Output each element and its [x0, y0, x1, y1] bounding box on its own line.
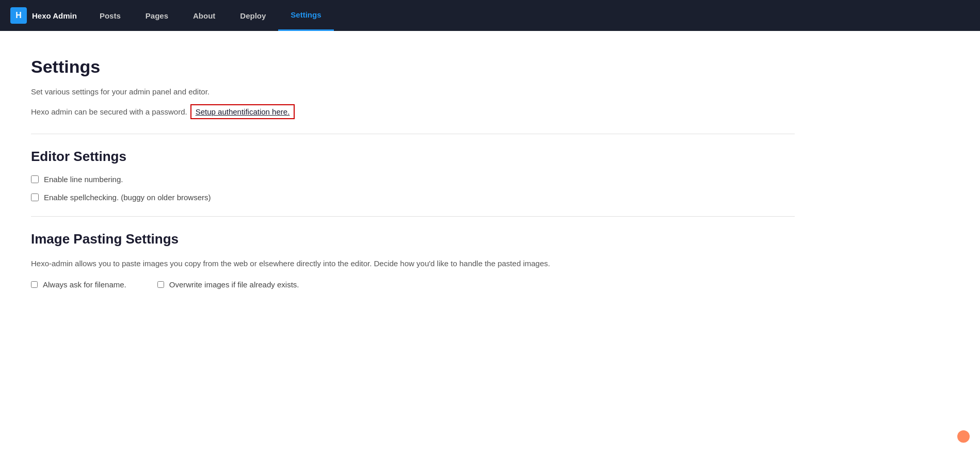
- checkbox-ask-filename: Always ask for filename.: [31, 280, 126, 289]
- auth-link[interactable]: Setup authentification here.: [190, 104, 295, 119]
- checkbox-overwrite: Overwrite images if file already exists.: [157, 280, 299, 289]
- nav-link-settings[interactable]: Settings: [278, 0, 333, 31]
- page-title: Settings: [31, 57, 795, 77]
- checkbox-ask-filename-input[interactable]: [31, 281, 38, 288]
- nav-link-posts[interactable]: Posts: [87, 0, 133, 31]
- nav-logo: H Hexo Admin: [10, 7, 77, 24]
- image-pasting-description: Hexo-admin allows you to paste images yo…: [31, 257, 795, 270]
- nav-link-pages[interactable]: Pages: [133, 0, 181, 31]
- auth-line: Hexo admin can be secured with a passwor…: [31, 104, 795, 119]
- nav-links: Posts Pages About Deploy Settings: [87, 0, 334, 31]
- auth-prefix: Hexo admin can be secured with a passwor…: [31, 107, 187, 116]
- checkbox-overwrite-input[interactable]: [157, 281, 164, 288]
- divider-1: [31, 134, 795, 134]
- nav-link-about[interactable]: About: [181, 0, 228, 31]
- checkbox-spellchecking-label: Enable spellchecking. (buggy on older br…: [44, 193, 211, 202]
- main-content: Settings Set various settings for your a…: [0, 31, 826, 315]
- checkbox-line-numbering-label: Enable line numbering.: [44, 175, 123, 184]
- logo-text: Hexo Admin: [32, 11, 77, 20]
- image-pasting-checkboxes: Always ask for filename. Overwrite image…: [31, 280, 795, 289]
- nav-link-deploy[interactable]: Deploy: [228, 0, 278, 31]
- checkbox-overwrite-label: Overwrite images if file already exists.: [169, 280, 299, 289]
- checkbox-line-numbering: Enable line numbering.: [31, 175, 795, 184]
- image-pasting-title: Image Pasting Settings: [31, 231, 795, 247]
- checkbox-spellchecking-input[interactable]: [31, 193, 39, 201]
- page-description: Set various settings for your admin pane…: [31, 87, 795, 96]
- editor-settings-title: Editor Settings: [31, 149, 795, 165]
- logo-icon: H: [10, 7, 27, 24]
- divider-2: [31, 216, 795, 217]
- navbar: H Hexo Admin Posts Pages About Deploy Se…: [0, 0, 980, 31]
- checkbox-spellchecking: Enable spellchecking. (buggy on older br…: [31, 193, 795, 202]
- checkbox-line-numbering-input[interactable]: [31, 175, 39, 183]
- checkbox-ask-filename-label: Always ask for filename.: [43, 280, 126, 289]
